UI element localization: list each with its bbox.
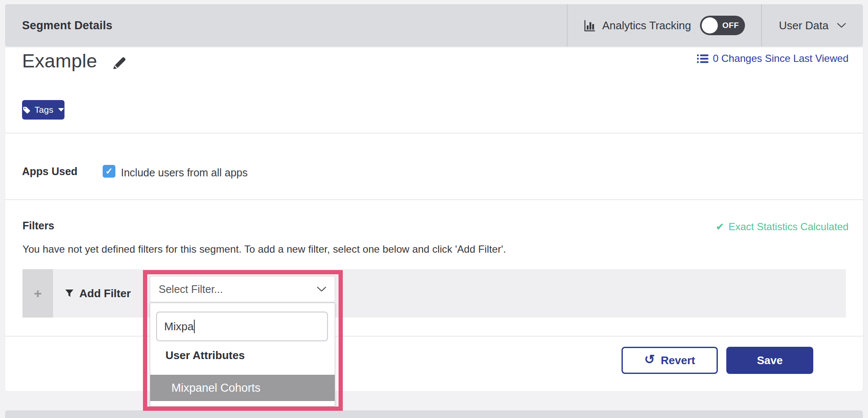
include-all-apps-checkbox[interactable]: ✓ bbox=[103, 165, 115, 178]
bar-chart-icon bbox=[584, 20, 596, 31]
save-button-label: Save bbox=[757, 354, 783, 367]
filter-select-trigger[interactable]: Select Filter... bbox=[150, 276, 335, 302]
save-button[interactable]: Save bbox=[726, 347, 813, 374]
check-icon: ✓ bbox=[105, 166, 113, 176]
chevron-down-icon bbox=[837, 23, 846, 28]
segment-detail-card: Example 0 Changes Since Last Viewed bbox=[5, 47, 863, 391]
dropdown-group-header: User Attributes bbox=[165, 349, 245, 362]
filters-empty-message: You have not yet defined filters for thi… bbox=[22, 243, 506, 255]
check-icon: ✔ bbox=[716, 222, 724, 232]
next-section-header-bar bbox=[5, 410, 863, 418]
add-filter-row: + Add Filter bbox=[22, 269, 846, 318]
undo-icon: ↺ bbox=[644, 353, 655, 366]
chevron-down-icon bbox=[317, 287, 326, 292]
user-data-label: User Data bbox=[779, 19, 829, 32]
analytics-tracking-control: Analytics Tracking OFF bbox=[568, 16, 761, 35]
section-divider bbox=[5, 336, 863, 337]
changes-since-last-viewed-link[interactable]: 0 Changes Since Last Viewed bbox=[697, 53, 848, 64]
add-filter-label: Add Filter bbox=[79, 287, 131, 300]
exact-statistics-badge: ✔ Exact Statistics Calculated bbox=[716, 221, 848, 233]
add-filter-plus-button[interactable]: + bbox=[22, 269, 53, 318]
section-divider bbox=[5, 133, 863, 134]
revert-button-label: Revert bbox=[661, 354, 695, 367]
dropdown-option-label: Mixpanel Cohorts bbox=[171, 382, 260, 395]
filters-heading: Filters bbox=[22, 220, 54, 232]
filter-search-value: Mixpa bbox=[164, 320, 193, 333]
tags-button-label: Tags bbox=[34, 105, 53, 115]
toggle-state-label: OFF bbox=[722, 21, 739, 30]
dropdown-option-mixpanel-cohorts[interactable]: Mixpanel Cohorts bbox=[150, 375, 335, 401]
page-title: Segment Details bbox=[22, 19, 112, 32]
analytics-tracking-toggle[interactable]: OFF bbox=[700, 16, 745, 35]
text-cursor bbox=[194, 320, 195, 333]
exact-statistics-label: Exact Statistics Calculated bbox=[728, 221, 848, 233]
segment-details-page: Segment Details Analytics Tracking OFF U bbox=[0, 0, 868, 418]
edit-name-pencil-icon[interactable] bbox=[111, 55, 127, 71]
caret-down-icon bbox=[58, 108, 64, 111]
filter-select-placeholder: Select Filter... bbox=[159, 283, 223, 295]
filter-select-dropdown: Mixpa User Attributes Mixpanel Cohorts bbox=[150, 303, 335, 407]
apps-used-label: Apps Used bbox=[22, 165, 78, 178]
filter-funnel-icon bbox=[65, 289, 74, 298]
analytics-tracking-label: Analytics Tracking bbox=[602, 19, 691, 32]
tags-button[interactable]: Tags bbox=[22, 100, 64, 120]
user-data-dropdown[interactable]: User Data bbox=[762, 19, 863, 32]
tag-icon bbox=[22, 106, 31, 114]
header-bar: Segment Details Analytics Tracking OFF U bbox=[5, 4, 863, 47]
revert-button[interactable]: ↺ Revert bbox=[622, 347, 718, 374]
section-divider bbox=[5, 199, 863, 200]
change-list-icon bbox=[697, 54, 708, 63]
toggle-knob bbox=[702, 17, 718, 33]
changes-link-label: 0 Changes Since Last Viewed bbox=[713, 53, 848, 64]
add-filter-label-group: Add Filter bbox=[65, 287, 131, 300]
segment-name: Example bbox=[22, 50, 97, 72]
include-all-apps-label: Include users from all apps bbox=[121, 167, 248, 179]
filter-search-input[interactable]: Mixpa bbox=[156, 312, 328, 341]
